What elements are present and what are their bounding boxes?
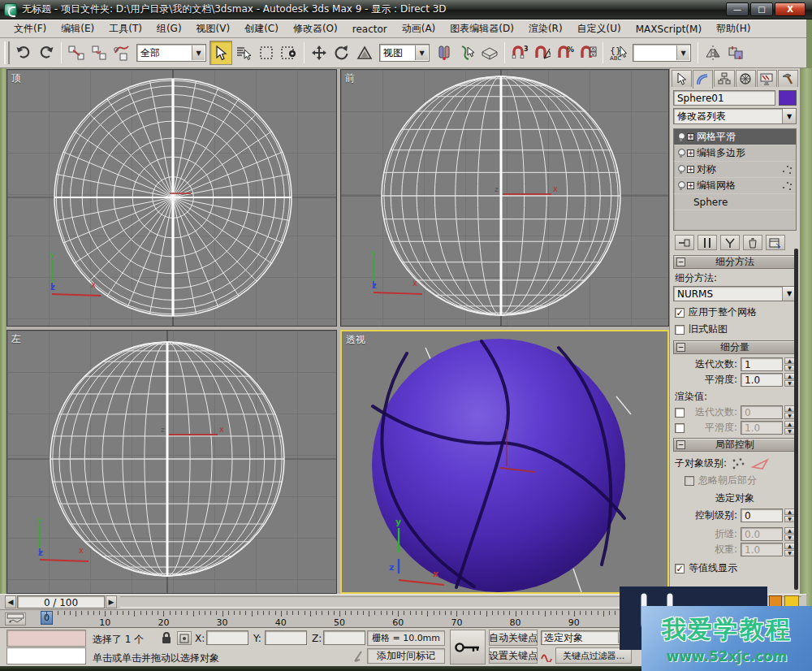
select-and-manipulate-button[interactable]	[456, 41, 478, 65]
weight-field[interactable]: 1.0	[741, 543, 783, 556]
absolute-offset-mode-toggle[interactable]	[177, 631, 192, 645]
command-panel-scrollbar[interactable]	[794, 249, 798, 590]
tab-motion[interactable]	[736, 70, 756, 87]
dropdown-arrow-icon[interactable]: ▼	[782, 109, 796, 123]
open-mini-curve-editor-button[interactable]	[5, 613, 26, 626]
rollout-collapse-icon[interactable]: −	[676, 343, 685, 352]
modifier-stack-item-4[interactable]: Sphere	[674, 194, 796, 210]
modifier-stack-item-2[interactable]: +对称	[674, 162, 796, 178]
modifier-stack-item-3[interactable]: +编辑网格	[674, 178, 796, 194]
configure-modifier-sets-button[interactable]	[766, 235, 785, 250]
selection-lock-toggle[interactable]	[161, 631, 172, 647]
selection-filter-dropdown[interactable]: 全部 ▼	[136, 44, 206, 62]
undo-button[interactable]	[12, 41, 35, 65]
old-style-mapping-checkbox[interactable]	[675, 325, 685, 335]
frame-counter[interactable]: 0 / 100	[17, 595, 105, 608]
tab-hierarchy[interactable]	[714, 70, 734, 87]
modifier-enable-bulb-icon[interactable]	[677, 165, 685, 175]
viewport-top[interactable]: yxz 顶	[6, 69, 337, 327]
tab-utilities[interactable]	[778, 70, 798, 87]
rollout-collapse-icon[interactable]: −	[676, 440, 685, 449]
maxscript-listener-pink[interactable]	[6, 630, 86, 647]
show-end-result-button[interactable]	[698, 235, 717, 250]
keyboard-shortcut-override-button[interactable]	[478, 41, 501, 65]
next-frame-button[interactable]: ▶	[106, 595, 117, 608]
tab-modify[interactable]	[693, 70, 713, 89]
use-pivot-point-center-button[interactable]	[433, 41, 456, 65]
previous-frame-button[interactable]: ◀	[5, 595, 16, 608]
smoothness-field[interactable]: 1.0	[741, 373, 783, 387]
modifier-expand-icon[interactable]: +	[687, 149, 694, 157]
add-time-tag-button[interactable]: 添加时间标记	[367, 648, 445, 664]
modifier-enable-bulb-icon[interactable]	[677, 149, 685, 158]
object-name-field[interactable]: Sphere01	[673, 90, 775, 106]
tab-display[interactable]	[757, 70, 777, 87]
bind-to-space-warp-icon[interactable]	[110, 41, 133, 65]
face-subobject-icon[interactable]	[751, 457, 769, 470]
viewport-perspective-label[interactable]: 透视	[346, 333, 365, 347]
dropdown-arrow-icon[interactable]: ▼	[415, 45, 428, 60]
menu-item-0[interactable]: 文件(F)	[6, 20, 54, 37]
auto-key-button[interactable]: 自动关键点	[489, 630, 538, 646]
rollout-subdivision-method[interactable]: − 细分方法	[673, 255, 797, 269]
menu-item-3[interactable]: 组(G)	[149, 20, 189, 37]
rollout-subdivision-amount[interactable]: − 细分量	[673, 340, 797, 354]
render-smoothness-checkbox[interactable]	[675, 423, 685, 433]
reference-coordinate-dropdown[interactable]: 视图 ▼	[379, 44, 430, 62]
menu-item-6[interactable]: 修改器(O)	[286, 20, 345, 37]
select-object-button[interactable]	[209, 41, 232, 65]
redo-button[interactable]	[35, 41, 58, 65]
menu-item-8[interactable]: 动画(A)	[395, 20, 443, 37]
y-coordinate-field[interactable]	[265, 630, 307, 645]
modifier-stack-item-0[interactable]: +网格平滑	[674, 129, 796, 145]
select-and-move-button[interactable]	[308, 41, 330, 65]
key-filter-curve-icon[interactable]	[541, 651, 553, 665]
object-color-swatch[interactable]	[779, 90, 797, 106]
menu-item-5[interactable]: 创建(C)	[237, 20, 286, 37]
dropdown-arrow-icon[interactable]: ▼	[192, 45, 205, 60]
render-iterations-field[interactable]: 0	[741, 405, 783, 419]
percent-snap-toggle-button[interactable]: %	[554, 41, 577, 65]
dropdown-arrow-icon[interactable]: ▼	[676, 45, 689, 60]
tab-create[interactable]	[672, 70, 692, 87]
ignore-backfacing-checkbox[interactable]	[685, 476, 694, 486]
pin-stack-button[interactable]	[675, 235, 694, 250]
viewport-front-label[interactable]: 前	[345, 71, 355, 85]
viewport-front[interactable]: xzyxz 前	[340, 69, 669, 327]
menu-item-1[interactable]: 编辑(E)	[54, 20, 102, 37]
modifier-expand-icon[interactable]: +	[687, 166, 694, 173]
x-coordinate-field[interactable]	[206, 630, 248, 645]
select-by-name-button[interactable]	[232, 41, 255, 65]
viewport-top-label[interactable]: 顶	[11, 71, 21, 85]
modifier-enable-bulb-icon[interactable]	[677, 181, 685, 191]
crease-field[interactable]: 0.0	[741, 527, 783, 541]
viewport-left[interactable]: xzyxz 左	[6, 330, 337, 594]
apply-to-whole-mesh-checkbox[interactable]: ✓	[675, 308, 685, 318]
menu-item-7[interactable]: reactor	[345, 22, 395, 37]
iterations-field[interactable]: 1	[741, 357, 783, 371]
menu-item-13[interactable]: 帮助(H)	[709, 20, 758, 37]
set-key-button[interactable]: 设置关键点	[489, 647, 538, 664]
modifier-expand-icon[interactable]: +	[687, 182, 694, 189]
z-coordinate-field[interactable]	[323, 630, 365, 645]
unlink-selection-icon[interactable]	[88, 41, 110, 65]
viewport-perspective[interactable]: yzx 透视	[340, 330, 669, 594]
rollout-local-control[interactable]: − 局部控制	[673, 438, 797, 452]
isoline-display-checkbox[interactable]: ✓	[675, 564, 685, 574]
modifier-expand-icon[interactable]: +	[687, 133, 694, 141]
menu-item-2[interactable]: 工具(T)	[102, 20, 149, 37]
menu-item-4[interactable]: 视图(V)	[189, 20, 238, 37]
angle-snap-toggle-button[interactable]	[531, 41, 554, 65]
window-crossing-toggle-button[interactable]	[278, 41, 300, 65]
close-button[interactable]: X	[775, 2, 806, 16]
mirror-button[interactable]	[702, 41, 724, 65]
modifier-list-dropdown[interactable]: 修改器列表 ▼	[673, 108, 797, 124]
subdivision-method-dropdown[interactable]: NURMS ▼	[673, 286, 797, 301]
rollout-collapse-icon[interactable]: −	[676, 258, 685, 266]
spinner-snap-toggle-button[interactable]	[577, 41, 599, 65]
remove-modifier-button[interactable]	[743, 235, 762, 250]
key-mode-dropdown[interactable]: 选定对象 ▼	[541, 630, 632, 645]
modifier-enable-bulb-icon[interactable]	[677, 132, 685, 142]
control-level-field[interactable]: 0	[741, 509, 783, 522]
menu-item-9[interactable]: 图表编辑器(D)	[443, 20, 521, 37]
